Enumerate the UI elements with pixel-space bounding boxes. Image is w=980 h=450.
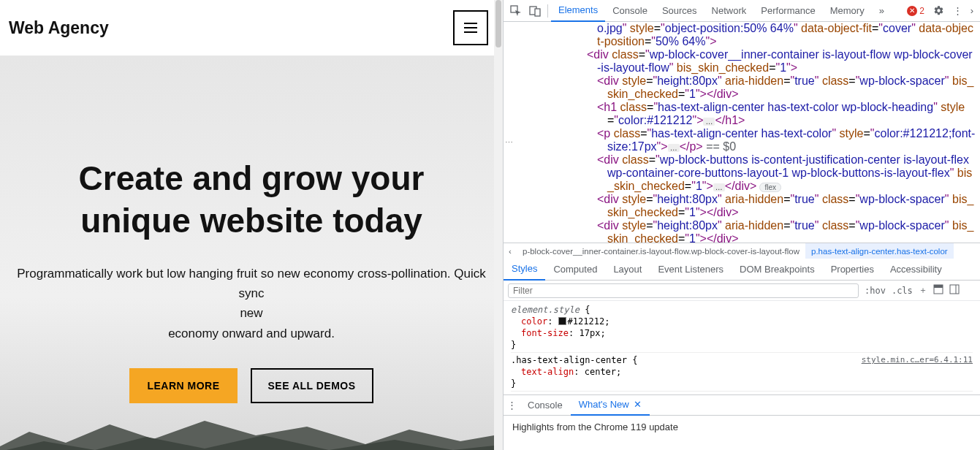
styles-tab-dom-breakpoints[interactable]: DOM Breakpoints [732, 259, 823, 281]
tab-network[interactable]: Network [704, 0, 754, 22]
layout-sidebar-icon[interactable] [949, 284, 960, 297]
hero-p-line1: Programmatically work but low hanging fr… [17, 267, 486, 300]
svg-rect-0 [464, 23, 477, 24]
learn-more-button[interactable]: LEARN MORE [129, 368, 237, 403]
elements-dom-tree[interactable]: ⋯ o.jpg" style="object-position:50% 64%"… [504, 22, 980, 243]
hero-buttons: LEARN MORE SEE ALL DEMOS [0, 368, 503, 403]
prop-textalign-name: text-align [521, 367, 574, 377]
styles-filter-input[interactable] [508, 283, 859, 298]
svg-rect-2 [464, 31, 477, 33]
styles-tab-accessibility[interactable]: Accessibility [882, 259, 950, 281]
tab-memory[interactable]: Memory [823, 0, 872, 22]
hamburger-icon [464, 23, 477, 33]
rule-text-align-center[interactable]: style.min.c…er=6.4.1:11 .has-text-align-… [511, 354, 973, 392]
scrollbar-thumb[interactable] [495, 0, 501, 47]
hero-heading-line1: Create and grow your [79, 159, 425, 197]
styles-toolbar: :hov .cls ＋ [504, 281, 980, 301]
whatsnew-highlight: Highlights from the Chrome 119 update [512, 422, 971, 432]
dom-node-spacer3[interactable]: <div style="height:80px" aria-hidden="tr… [509, 219, 980, 243]
hov-toggle[interactable]: :hov [865, 286, 886, 296]
drawer-kebab-icon[interactable]: ⋮ [504, 400, 520, 411]
tab-performance[interactable]: Performance [753, 0, 822, 22]
flex-badge[interactable]: flex [759, 183, 781, 192]
error-badge[interactable]: ✕2 [903, 6, 929, 16]
hero-heading-line2: unique website today [80, 202, 422, 240]
hero-p-line2: new [240, 306, 262, 320]
prop-textalign-value[interactable]: center [585, 367, 616, 377]
drawer-tabs: ⋮ Console What's New✕ [504, 395, 980, 416]
inspect-element-icon[interactable] [506, 1, 525, 20]
styles-tab-computed[interactable]: Computed [545, 259, 605, 281]
dom-node-spacer2[interactable]: <div style="height:80px" aria-hidden="tr… [509, 193, 980, 219]
divider [547, 4, 548, 18]
cls-toggle[interactable]: .cls [892, 286, 913, 296]
tab-more[interactable]: » [872, 0, 892, 22]
hero-p-line3: economy onward and upward. [168, 327, 335, 340]
dom-node-img[interactable]: o.jpg" style="object-position:50% 64%" d… [509, 22, 980, 48]
website-viewport: Web Agency Create and grow your unique w… [0, 0, 503, 450]
computed-styles-icon[interactable] [933, 284, 943, 297]
dom-node-buttons[interactable]: ▸<div class="wp-block-buttons is-content… [509, 153, 980, 193]
breadcrumb-left-icon[interactable]: ‹ [504, 247, 517, 256]
drawer-body: Highlights from the Chrome 119 update [504, 416, 980, 438]
dom-node-h1[interactable]: ▸<h1 class="has-text-align-center has-te… [509, 101, 980, 127]
tab-sources[interactable]: Sources [655, 0, 704, 22]
hero-heading: Create and grow your unique website toda… [0, 158, 503, 242]
prop-fontsize-name: font-size [521, 328, 569, 338]
hero-background-mountains [0, 413, 494, 450]
styles-tab-properties[interactable]: Properties [823, 259, 882, 281]
prop-color-name: color [521, 316, 547, 327]
devtools-main-tabs: Elements Console Sources Network Perform… [504, 0, 980, 22]
see-all-demos-button[interactable]: SEE ALL DEMOS [251, 368, 373, 403]
drawer-tab-console[interactable]: Console [520, 395, 571, 416]
prop-color-value[interactable]: #121212 [568, 316, 605, 327]
styles-pane-tabs: Styles Computed Layout Event Listeners D… [504, 259, 980, 281]
chevron-right-icon[interactable]: › [967, 1, 977, 20]
dom-node-p-selected[interactable]: ▸<p class="has-text-align-center has-tex… [509, 127, 980, 153]
devtools-drawer: ⋮ Console What's New✕ Highlights from th… [504, 394, 980, 438]
dom-node-spacer1[interactable]: <div style="height:80px" aria-hidden="tr… [509, 75, 980, 101]
device-toolbar-icon[interactable] [525, 1, 544, 20]
rule-p[interactable]: style-main-…ver=3.7.4:1 p { [511, 393, 973, 394]
svg-rect-7 [934, 285, 943, 288]
dom-node-inner-container[interactable]: ▼<div class="wp-block-cover__inner-conta… [509, 48, 980, 75]
hamburger-menu-button[interactable] [453, 10, 488, 45]
svg-rect-8 [950, 285, 959, 294]
styles-rules[interactable]: element.style { color: #121212; font-siz… [504, 301, 980, 394]
page-scrollbar[interactable] [494, 0, 503, 450]
rule-element-style[interactable]: element.style { color: #121212; font-siz… [511, 304, 973, 353]
drawer-tab-whatsnew-label: What's New [579, 399, 629, 410]
styles-tab-layout[interactable]: Layout [605, 259, 650, 281]
svg-rect-1 [464, 27, 477, 28]
breadcrumb-item-selected[interactable]: p.has-text-align-center.has-text-color [805, 243, 954, 259]
site-logo[interactable]: Web Agency [9, 18, 109, 38]
tab-elements[interactable]: Elements [551, 0, 605, 22]
hero-paragraph: Programmatically work but low hanging fr… [0, 264, 503, 343]
error-count: 2 [919, 6, 924, 16]
drawer-tab-whatsnew[interactable]: What's New✕ [571, 395, 650, 416]
close-icon[interactable]: ✕ [634, 399, 642, 410]
settings-gear-icon[interactable] [929, 1, 948, 20]
hero-section: Create and grow your unique website toda… [0, 56, 503, 450]
site-header: Web Agency [0, 0, 503, 56]
svg-rect-5 [535, 9, 540, 16]
prop-fontsize-value[interactable]: 17px [579, 328, 600, 338]
error-icon: ✕ [907, 6, 917, 16]
rule-source-link-2[interactable]: style-main-…ver=3.7.4:1 [862, 393, 973, 394]
styles-tab-styles[interactable]: Styles [504, 259, 545, 281]
devtools-panel: Elements Console Sources Network Perform… [503, 0, 980, 450]
breadcrumb: ‹ p-block-cover__inner-container.is-layo… [504, 243, 980, 259]
rule-source-link[interactable]: style.min.c…er=6.4.1:11 [862, 354, 973, 366]
tab-console[interactable]: Console [605, 0, 655, 22]
new-style-rule-icon[interactable]: ＋ [919, 284, 927, 297]
breadcrumb-item-container[interactable]: p-block-cover__inner-container.is-layout… [517, 243, 805, 259]
kebab-menu-icon[interactable]: ⋮ [948, 1, 967, 20]
styles-tab-event-listeners[interactable]: Event Listeners [650, 259, 732, 281]
color-swatch-icon[interactable] [558, 317, 566, 325]
